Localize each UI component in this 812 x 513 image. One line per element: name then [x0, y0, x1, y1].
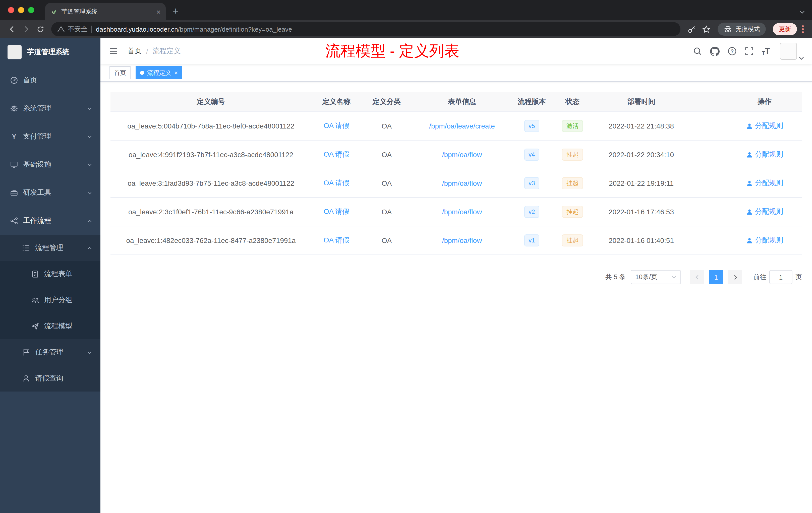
sidebar-item-workflow[interactable]: 工作流程: [0, 207, 100, 235]
password-key-icon[interactable]: [688, 25, 696, 33]
sidebar-item-payment-management[interactable]: ¥ 支付管理: [0, 122, 100, 151]
breadcrumb-home[interactable]: 首页: [127, 47, 142, 56]
chevron-up-icon: [87, 218, 92, 223]
reload-icon[interactable]: [33, 22, 47, 36]
definition-name-link[interactable]: OA 请假: [324, 121, 349, 130]
back-icon[interactable]: [5, 22, 19, 36]
close-window-button[interactable]: [8, 7, 14, 13]
dashboard-icon: [10, 76, 18, 84]
app-root: 芋道管理系统 首页 系统管理 ¥: [0, 38, 812, 513]
question-icon[interactable]: ?: [728, 47, 737, 56]
sidebar-item-process-forms[interactable]: 流程表单: [0, 261, 100, 287]
sidebar-item-infrastructure[interactable]: 基础设施: [0, 151, 100, 179]
assign-rule-link[interactable]: 分配规则: [746, 150, 783, 159]
browser-window: 芋道管理系统 × + 不安全 dashboard.yudao.iocoder: [0, 0, 812, 513]
sidebar-item-system-management[interactable]: 系统管理: [0, 94, 100, 122]
cell-definition-id: oa_leave:3:1fad3d93-7b75-11ec-a3c8-acde4…: [111, 169, 311, 197]
cell-filler: [689, 227, 727, 254]
sidebar-item-process-management[interactable]: 流程管理: [0, 235, 100, 261]
goto-page-input[interactable]: [769, 270, 792, 284]
browser-menu-kebab-icon[interactable]: [802, 25, 804, 33]
page-number-button[interactable]: 1: [709, 270, 723, 284]
zoom-window-button[interactable]: [28, 7, 34, 13]
tab-search-chevron-icon[interactable]: [800, 10, 805, 14]
navbar-actions: ? TT: [693, 43, 804, 60]
address-bar[interactable]: 不安全 dashboard.yudao.iocoder.cn/bpm/manag…: [51, 22, 680, 36]
breadcrumb-current: 流程定义: [153, 47, 181, 56]
page-content: 定义编号 定义名称 定义分类 表单信息 流程版本 状态 部署时间 操作 oa_l…: [100, 82, 812, 513]
cell-category: OA: [361, 112, 412, 140]
sidebar-item-process-models[interactable]: 流程模型: [0, 313, 100, 339]
search-icon[interactable]: [693, 47, 702, 56]
incognito-badge: 无痕模式: [718, 23, 766, 36]
tag-home[interactable]: 首页: [110, 66, 130, 79]
tag-close-icon[interactable]: ×: [174, 70, 178, 76]
form-info-link[interactable]: /bpm/oa/flow: [442, 236, 482, 244]
sidebar: 芋道管理系统 首页 系统管理 ¥: [0, 38, 100, 513]
definition-table: 定义编号 定义名称 定义分类 表单信息 流程版本 状态 部署时间 操作 oa_l…: [111, 92, 802, 255]
avatar[interactable]: [780, 43, 797, 60]
security-label: 不安全: [68, 25, 87, 34]
browser-tab[interactable]: 芋道管理系统 ×: [45, 3, 166, 20]
chevron-down-icon: [87, 190, 92, 195]
sidebar-item-dev-tools[interactable]: 研发工具: [0, 179, 100, 207]
security-chip[interactable]: 不安全: [57, 25, 87, 34]
column-header-version: 流程版本: [512, 92, 551, 112]
next-page-button[interactable]: [728, 270, 742, 284]
user-menu[interactable]: [780, 43, 804, 60]
prev-page-button[interactable]: [690, 270, 704, 284]
github-icon[interactable]: [710, 47, 720, 56]
sidebar-item-leave-query[interactable]: 请假查询: [0, 365, 100, 392]
breadcrumb: 首页 / 流程定义: [127, 47, 181, 56]
assign-rule-link[interactable]: 分配规则: [746, 121, 783, 130]
bookmark-star-icon[interactable]: [702, 25, 710, 33]
pagination: 共 5 条 10条/页 1 前往: [111, 270, 802, 284]
assign-rule-link[interactable]: 分配规则: [746, 207, 783, 216]
font-size-icon[interactable]: TT: [762, 47, 770, 56]
breadcrumb-separator: /: [146, 47, 148, 55]
page-size-select[interactable]: 10条/页: [631, 270, 681, 284]
sidebar-item-task-management[interactable]: 任务管理: [0, 339, 100, 365]
cell-deploy-time: 2022-01-22 19:19:11: [593, 169, 689, 197]
assign-rule-link[interactable]: 分配规则: [746, 236, 783, 245]
version-tag: v1: [524, 234, 539, 246]
column-header-category: 定义分类: [361, 92, 412, 112]
form-info-link[interactable]: /bpm/oa/flow: [442, 208, 482, 216]
url-path: /bpm/manager/definition?key=oa_leave: [178, 25, 292, 33]
assign-rule-link[interactable]: 分配规则: [746, 179, 783, 188]
sidebar-toggle-icon[interactable]: [109, 46, 118, 56]
page-annotation: 流程模型 - 定义列表: [325, 41, 459, 61]
version-tag: v5: [524, 120, 539, 132]
definition-name-link[interactable]: OA 请假: [324, 236, 349, 245]
incognito-label: 无痕模式: [736, 25, 760, 33]
minimize-window-button[interactable]: [18, 7, 24, 13]
tab-favicon-icon: [50, 8, 57, 15]
form-info-link[interactable]: /bpm/oa/flow: [442, 151, 482, 159]
cell-definition-id: oa_leave:1:482ec033-762a-11ec-8477-a2380…: [111, 227, 311, 254]
status-tag: 挂起: [562, 149, 583, 161]
tab-close-icon[interactable]: ×: [156, 8, 161, 15]
cell-category: OA: [361, 169, 412, 197]
process-list-icon: [22, 244, 30, 252]
tag-process-definition[interactable]: 流程定义 ×: [136, 66, 182, 79]
definition-name-link[interactable]: OA 请假: [324, 150, 349, 159]
pagination-total: 共 5 条: [605, 273, 626, 281]
form-info-link[interactable]: /bpm/oa/flow: [442, 179, 482, 187]
form-info-link[interactable]: /bpm/oa/leave/create: [429, 122, 495, 130]
sidebar-item-home[interactable]: 首页: [0, 66, 100, 94]
new-tab-button[interactable]: +: [173, 5, 178, 17]
forward-icon[interactable]: [19, 22, 33, 36]
table-row: oa_leave:5:004b710b-7b8a-11ec-8ef0-acde4…: [111, 112, 802, 141]
column-header-definition-id: 定义编号: [111, 92, 311, 112]
sidebar-item-user-groups[interactable]: 用户分组: [0, 287, 100, 313]
browser-update-button[interactable]: 更新: [773, 23, 797, 35]
definition-name-link[interactable]: OA 请假: [324, 207, 349, 216]
table-row: oa_leave:4:991f2193-7b7f-11ec-a3c8-acde4…: [111, 141, 802, 169]
app-logo-row[interactable]: 芋道管理系统: [0, 38, 100, 66]
definition-name-link[interactable]: OA 请假: [324, 179, 349, 188]
paper-plane-icon: [31, 322, 39, 330]
app-title: 芋道管理系统: [27, 48, 69, 57]
table-row: oa_leave:1:482ec033-762a-11ec-8477-a2380…: [111, 227, 802, 255]
fullscreen-icon[interactable]: [745, 47, 754, 56]
workflow-icon: [10, 217, 18, 225]
